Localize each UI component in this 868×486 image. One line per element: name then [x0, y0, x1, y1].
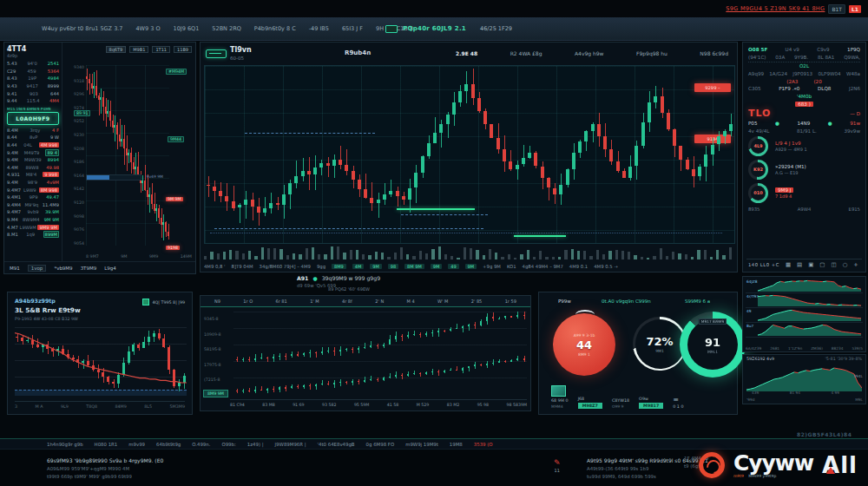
depth-bar: 9v49 9M	[86, 174, 141, 181]
chart-timeframe[interactable]: 60-05	[230, 56, 244, 61]
legend-item[interactable]: 68 99l 0M9M4	[551, 385, 569, 409]
stat-cell: O2L	[799, 63, 809, 69]
legend-item[interactable]: ≡0 1 0	[673, 397, 683, 409]
live-badge[interactable]: L1	[849, 5, 861, 13]
mini-chart-tab[interactable]: 11B9	[174, 46, 192, 53]
app-identity: PQp40r 60JL9 2.1 46/25 1F29	[385, 25, 512, 33]
watchlist-row[interactable]: 8.4404L4M 998	[7, 141, 59, 149]
watchlist-row[interactable]: 8.4319P4984	[7, 75, 59, 82]
menu-item[interactable]: -49 IB5	[309, 25, 329, 32]
menu-item[interactable]: 65I3 J F	[342, 25, 363, 32]
ticker-name: M9W39	[24, 157, 42, 162]
overview-chart[interactable]	[15, 327, 187, 393]
toolbar-icon[interactable]: ▤	[797, 261, 802, 268]
watchlist-row[interactable]: 9.44115.44M4	[7, 97, 59, 105]
volume-bar	[558, 257, 561, 260]
watchlist-row[interactable]: 9.M48W9M49M 9M	[7, 216, 59, 224]
watchlist-row[interactable]: 9.4M79vb939.9M	[7, 208, 59, 216]
mini-chart-plot[interactable]	[86, 65, 169, 246]
sparkline	[758, 309, 861, 321]
candle-body	[395, 336, 397, 339]
watchlist-row[interactable]: 4.M7L9W9M9M9 9M	[7, 223, 59, 231]
watchlist-row[interactable]: 9.4M98'94v9M	[7, 179, 59, 187]
stat-cell: '4M0b	[797, 94, 812, 99]
range-pill[interactable]	[206, 49, 227, 58]
candle-body	[480, 364, 482, 365]
gauge-label: L/9 4 J 1v9	[775, 141, 807, 146]
price-alert-badge[interactable]: 9299 –	[694, 83, 731, 92]
watchlist-row[interactable]: 5.4394'02541	[7, 60, 59, 68]
sparkline-chart[interactable]	[758, 279, 861, 292]
candle-body	[597, 124, 601, 136]
menu-item[interactable]: 52BN 2RQ	[212, 25, 240, 32]
toolbar-icon[interactable]: ▦	[786, 261, 791, 268]
area-chart[interactable]	[746, 365, 862, 391]
buy-button[interactable]: L0A0H9F9	[7, 112, 59, 125]
watchlist-row[interactable]: 9.4M4M9'9q11.4M9	[7, 201, 59, 209]
toolbar-icon[interactable]: ○	[843, 261, 848, 268]
watchlist-row[interactable]: 8.448vP9 W	[7, 134, 59, 141]
sparkline-chart[interactable]	[758, 309, 861, 321]
stat-cell: Q9WA,	[844, 55, 860, 60]
mini-gauge[interactable]: K92	[748, 160, 768, 180]
sparkline-chart[interactable]	[758, 324, 861, 336]
candle-body	[413, 373, 415, 374]
ticker-name: 04L	[23, 142, 32, 148]
overview-checkbox[interactable]: 4Q| T995 8| |99	[142, 299, 186, 305]
legend-item[interactable]: O9wM9817	[639, 397, 663, 409]
axis-badge: 8M9	[332, 264, 346, 269]
candle-body	[559, 185, 562, 195]
stat-row: O2L	[748, 62, 860, 70]
watchlist-row[interactable]: 9.4MM9W398994	[7, 156, 59, 164]
gauge-ring: 91M9L1M917 8i9M9	[680, 312, 746, 378]
footer-item[interactable]: 1vop	[28, 265, 47, 272]
toolbar-icon[interactable]: ▣	[808, 261, 813, 268]
mini-chart-tab[interactable]: M9B1	[129, 46, 148, 53]
candle-body	[408, 188, 411, 200]
mini-chart-tab[interactable]: 1T11	[152, 46, 170, 53]
x-axis-label: M A	[36, 404, 43, 409]
mode-badge[interactable]: B1T	[828, 4, 845, 14]
toolbar-icon[interactable]: ◫	[832, 261, 837, 268]
candle-body	[352, 171, 355, 180]
progress-gauge[interactable]: 72%9M1	[633, 317, 687, 371]
ticker-change: 4 F	[52, 128, 59, 133]
mini-gauge[interactable]: 4L9	[748, 136, 768, 156]
menu-item[interactable]: W4uy pv6br t0 8ru1 5GZ 3.7	[42, 25, 122, 32]
toolbar-icon[interactable]: ▢	[819, 261, 825, 268]
score-gauge[interactable]: 91M9L1M917 8i9M9	[680, 312, 746, 378]
x-axis-label: 9M9	[149, 254, 158, 259]
menu-item[interactable]: 10J9 6Q1	[174, 25, 200, 32]
watchlist-row[interactable]: 9.4394178999	[7, 82, 59, 90]
candle-body	[458, 91, 462, 103]
candle-body	[431, 371, 433, 372]
sparkline	[758, 279, 861, 292]
sparkline-chart[interactable]	[758, 294, 861, 306]
mini-gauge[interactable]: 010	[748, 183, 768, 203]
volume-bar	[545, 257, 548, 260]
overlay-line	[15, 327, 187, 393]
sparklines-panel: 64JZ84r/T97498u7 6A/4Z3926811'1Z'9nZM36)…	[742, 276, 866, 352]
candle-body	[251, 200, 254, 207]
mini-chart-tab[interactable]: 8q6T9	[106, 46, 127, 53]
menu-item[interactable]: P4b9n6t0y 8 C	[254, 25, 296, 32]
watchlist-row[interactable]: 9.4MM49T989 4	[7, 148, 59, 156]
watchlist-row[interactable]: 4.931M8'49 998	[7, 171, 59, 179]
compare-chart[interactable]	[233, 312, 527, 393]
menu-item[interactable]: 4W9 3 O	[135, 25, 160, 32]
toolbar-icon[interactable]: +	[853, 261, 858, 268]
watchlist-row[interactable]: 9.4M19P949.47	[7, 194, 59, 201]
candle-body	[425, 333, 427, 335]
watchlist-row[interactable]: 9.41903644	[7, 89, 59, 97]
watchlist-row[interactable]: 9.4M7L9W98M 998	[7, 186, 59, 194]
watchlist-row[interactable]: 4.4M89W849.98	[7, 164, 59, 172]
watchlist-row[interactable]: C294595364	[7, 68, 59, 76]
ticker-change: 2541	[48, 61, 59, 66]
legend-item[interactable]: J68M98Z7	[578, 397, 602, 409]
legend-item[interactable]: C8YW18O99 9	[612, 398, 629, 409]
stat-row: C305P1F9 .«0DLQ8J2N6	[748, 85, 860, 93]
watchlist-row[interactable]: 8.4M3rqy4 F	[7, 127, 59, 135]
candlestick-chart[interactable]: 9299 –9184	[204, 65, 735, 244]
watchlist-row[interactable]: 8.M11q9899M	[7, 231, 59, 239]
risk-gauge[interactable]: A99 9 3-1b 44 8M9 1	[553, 313, 615, 376]
